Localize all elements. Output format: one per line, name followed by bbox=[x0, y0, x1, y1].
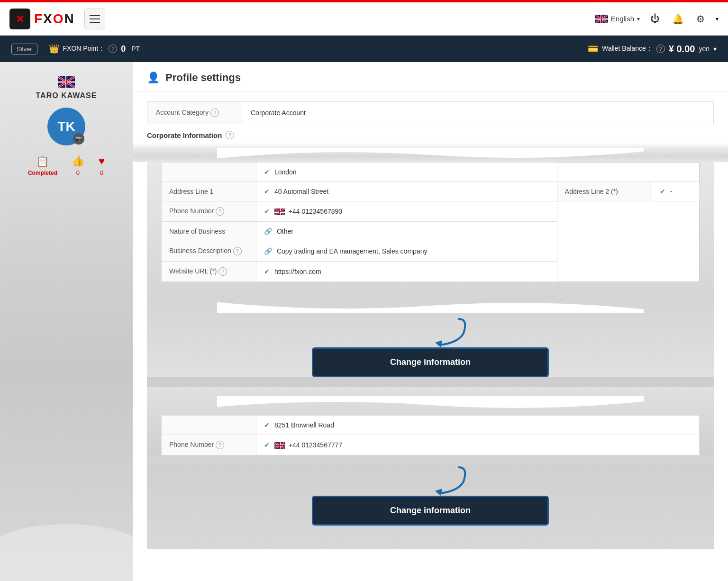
address2-label-cell: Address Line 2 (*) bbox=[557, 182, 652, 201]
corporate-info-help-icon[interactable]: ? bbox=[226, 131, 234, 139]
nob-value-cell: 🔗 Other bbox=[256, 222, 557, 241]
address2-value-cell: ✔ - bbox=[652, 182, 699, 201]
arrow-annotation-1 bbox=[161, 317, 700, 350]
hamburger-line bbox=[90, 15, 100, 16]
change-info-1-section: Change information bbox=[147, 299, 714, 377]
section2-area: ✔ 8251 Brownell Road Phone Number ? ✔ bbox=[147, 387, 714, 455]
account-category-label: Account Category bbox=[156, 109, 209, 116]
account-category-help-icon[interactable]: ? bbox=[210, 109, 219, 117]
camera-button[interactable]: 📷 bbox=[73, 133, 84, 145]
silver-badge: Silver bbox=[11, 44, 37, 54]
biz-desc-label: Business Description bbox=[169, 247, 231, 254]
change-info-button-1[interactable]: Change information bbox=[312, 347, 549, 377]
chevron-down-icon: ▾ bbox=[637, 16, 640, 22]
section2-phone-row: Phone Number ? ✔ bbox=[162, 435, 700, 455]
biz-desc-value: Copy trading and EA management, Sales co… bbox=[277, 247, 428, 255]
help-icon-fxon[interactable]: ? bbox=[109, 45, 117, 53]
phone-flag-icon bbox=[274, 209, 285, 215]
corporate-info-label: Corporate Information bbox=[147, 131, 222, 139]
settings-icon[interactable]: ⚙ bbox=[693, 11, 708, 27]
sidebar: TARO KAWASE TK 📷 📋 Completed 👍 0 ♥ 0 bbox=[0, 62, 133, 581]
sidebar-stats: 📋 Completed 👍 0 ♥ 0 bbox=[28, 155, 105, 176]
language-label: English bbox=[611, 15, 634, 23]
sec2-phone-flag-icon bbox=[274, 442, 285, 449]
check-icon: ✔ bbox=[660, 188, 665, 195]
hamburger-line bbox=[90, 18, 100, 19]
biz-desc-value-cell: 🔗 Copy trading and EA management, Sales … bbox=[256, 241, 557, 262]
logo-text: FXON bbox=[34, 11, 75, 27]
header-right: English ▾ ⏻ 🔔 ⚙ ▾ bbox=[595, 11, 719, 27]
biz-desc-help-icon[interactable]: ? bbox=[233, 247, 242, 255]
nob-label: Nature of Business bbox=[169, 227, 225, 235]
nob-label-cell: Nature of Business bbox=[162, 222, 256, 241]
corp-info-section: ✔ London Address Line 1 ✔ 40 Automall St… bbox=[147, 162, 714, 299]
sec2-phone-value: +44 01234567777 bbox=[289, 441, 342, 449]
account-category-label-cell: Account Category ? bbox=[147, 102, 242, 124]
username: TARO KAWASE bbox=[36, 91, 97, 100]
sec2-phone-help-icon[interactable]: ? bbox=[216, 441, 224, 449]
account-category-value: Corporate Account bbox=[251, 109, 306, 117]
wave-svg-bottom1 bbox=[161, 299, 700, 313]
city-label-cell bbox=[162, 163, 256, 182]
crown-icon: 👑 bbox=[49, 44, 59, 54]
wallet-chevron[interactable]: ▾ bbox=[713, 45, 717, 53]
help-icon-wallet[interactable]: ? bbox=[656, 45, 665, 53]
check-icon: ✔ bbox=[264, 421, 270, 429]
wallet-icon: 💳 bbox=[588, 44, 598, 54]
sec2-addr-value: 8251 Brownell Road bbox=[274, 421, 334, 429]
address1-value: 40 Automall Street bbox=[274, 188, 328, 195]
stat-completed: 📋 Completed bbox=[28, 155, 57, 176]
fxon-point-value: 0 bbox=[121, 44, 126, 54]
completed-label: Completed bbox=[28, 170, 57, 176]
change-info-button-2[interactable]: Change information bbox=[312, 496, 549, 526]
hamburger-button[interactable] bbox=[84, 9, 105, 29]
heart-icon: ♥ bbox=[99, 155, 105, 167]
main-content: 👤 Profile settings Account Category ? Co… bbox=[133, 62, 728, 581]
sec2-addr-label-cell bbox=[162, 416, 256, 435]
notification-icon[interactable]: 🔔 bbox=[670, 11, 685, 27]
svg-rect-28 bbox=[279, 209, 280, 215]
account-category-table: Account Category ? Corporate Account bbox=[147, 101, 714, 124]
power-icon[interactable]: ⏻ bbox=[647, 11, 663, 27]
svg-marker-29 bbox=[435, 340, 442, 347]
phone-help-icon[interactable]: ? bbox=[216, 207, 224, 216]
person-icon: 👤 bbox=[147, 72, 160, 84]
layout: TARO KAWASE TK 📷 📋 Completed 👍 0 ♥ 0 👤 P… bbox=[0, 62, 728, 581]
sec2-phone-label: Phone Number bbox=[169, 441, 214, 448]
likes-value: 0 bbox=[76, 169, 80, 176]
sec2-phone-value-cell: ✔ bbox=[256, 435, 700, 455]
biz-desc-label-cell: Business Description ? bbox=[162, 241, 256, 262]
curved-arrow-1 bbox=[383, 317, 478, 350]
pending-icon: 🔗 bbox=[264, 247, 272, 255]
phone-label-cell: Phone Number ? bbox=[162, 201, 256, 222]
address1-label-cell: Address Line 1 bbox=[162, 182, 256, 201]
phone-value-cell: ✔ bbox=[256, 201, 557, 222]
website-url-row: Website URL (*) ? ✔ https://fxon.com bbox=[162, 262, 700, 282]
avatar-initials: TK bbox=[57, 119, 75, 134]
favorites-value: 0 bbox=[100, 169, 103, 176]
fxon-point-unit: PT bbox=[131, 45, 140, 53]
stat-favorites: ♥ 0 bbox=[99, 155, 105, 176]
account-category-row: Account Category ? Corporate Account bbox=[147, 102, 714, 124]
thumbs-up-icon: 👍 bbox=[72, 155, 84, 167]
city-value-cell: ✔ London bbox=[256, 163, 557, 182]
website-help-icon[interactable]: ? bbox=[218, 267, 227, 276]
address1-label: Address Line 1 bbox=[169, 188, 213, 195]
wallet-balance-unit: yen bbox=[699, 45, 710, 53]
svg-rect-19 bbox=[66, 76, 67, 88]
page-title: Profile settings bbox=[165, 72, 241, 84]
settings-chevron: ▾ bbox=[716, 16, 719, 22]
language-selector[interactable]: English ▾ bbox=[595, 15, 640, 23]
corporate-info-header: Corporate Information ? bbox=[147, 124, 714, 143]
header: ✕ FXON English ▾ ⏻ 🔔 ⚙ ▾ bbox=[0, 2, 728, 36]
website-value-cell: ✔ https://fxon.com bbox=[256, 262, 557, 282]
check-icon: ✔ bbox=[264, 208, 270, 215]
city-value: London bbox=[274, 168, 297, 176]
section2-address-row: ✔ 8251 Brownell Road bbox=[162, 416, 700, 435]
check-icon: ✔ bbox=[264, 441, 270, 449]
nature-of-business-row: Nature of Business 🔗 Other bbox=[162, 222, 700, 241]
wallet-section: 💳 Wallet Balance： ? ¥ 0.00 yen ▾ bbox=[588, 44, 717, 54]
address2-value: - bbox=[670, 188, 673, 195]
phone-row: Phone Number ? ✔ bbox=[162, 201, 700, 222]
nob-value: Other bbox=[277, 227, 293, 235]
